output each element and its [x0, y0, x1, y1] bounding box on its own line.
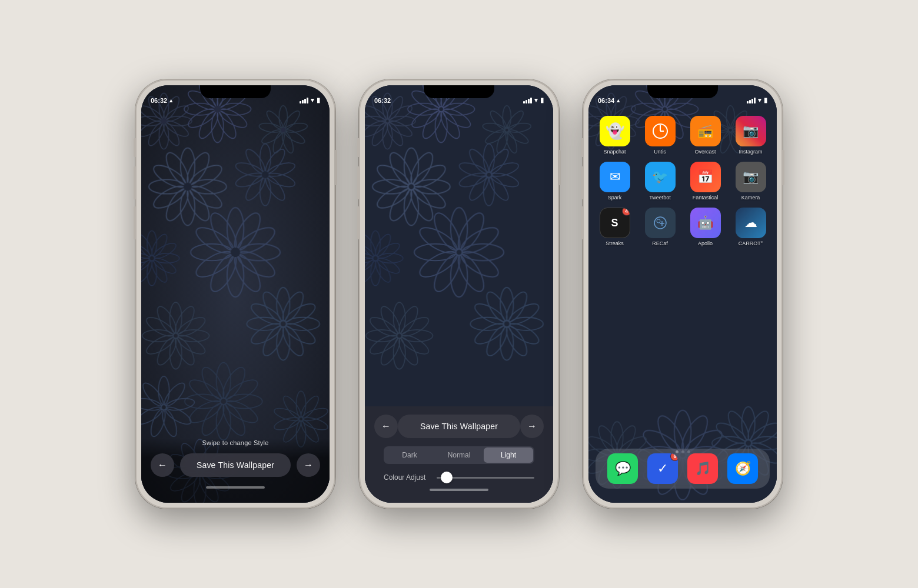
phone-2-style-dark[interactable]: Dark	[385, 447, 434, 463]
safari-icon[interactable]: 🧭	[727, 453, 758, 484]
phone-1-next-button[interactable]: →	[297, 453, 320, 477]
phone-3: 06:34 ▲ ▾ ▮ 👻 Snapchat	[583, 79, 783, 509]
apollo-icon[interactable]: 🤖	[690, 208, 721, 238]
phone-2-colour-label: Colour Adjust	[384, 473, 431, 482]
phone-3-app-kamera[interactable]: 📷 Kamera	[731, 162, 770, 201]
phone-3-dock-music[interactable]: 🎵	[687, 453, 718, 484]
phone-3-app-instagram[interactable]: 📷 Instagram	[731, 116, 770, 155]
phone-2-save-button[interactable]: Save This Wallpaper	[398, 415, 520, 438]
phone-2-power-button	[559, 150, 561, 185]
svg-point-49	[184, 182, 192, 191]
phone-3-dock-whatsapp[interactable]: 💬	[607, 453, 638, 484]
instagram-icon[interactable]: 📷	[736, 116, 766, 146]
phone-2-vol-up-button	[357, 166, 359, 199]
recaf-icon[interactable]	[645, 208, 676, 238]
phone-2-time: 06:32	[374, 97, 391, 104]
phone-2-notch	[424, 85, 494, 98]
phone-3-vol-down-button	[581, 206, 583, 239]
phone-2-style-selector: Dark Normal Light	[384, 446, 534, 464]
phone-1-bottom-controls: Swipe to change Style ← Save This Wallpa…	[141, 439, 330, 503]
phone-1-mute-button	[134, 138, 135, 157]
phone-3-home-screen: 👻 Snapchat Untis 📻	[588, 106, 777, 503]
phone-2-colour-row: Colour Adjust	[374, 471, 544, 486]
omnifocus-icon[interactable]: ✓ 6	[647, 453, 678, 484]
phone-2-mute-button	[357, 138, 359, 157]
snapchat-icon[interactable]: 👻	[600, 116, 630, 146]
phone-2-wifi-icon: ▾	[534, 96, 538, 104]
phone-2: 06:32 ▾ ▮ ← Save This Wallpaper →	[359, 79, 559, 509]
phone-3-app-spark[interactable]: ✉ Spark	[596, 162, 634, 201]
phone-3-time: 06:34	[598, 97, 614, 104]
whatsapp-icon[interactable]: 💬	[607, 453, 638, 484]
phone-3-app-streaks[interactable]: S 4 Streaks	[596, 208, 634, 246]
tweetbot-icon[interactable]: 🐦	[645, 162, 676, 192]
phone-3-app-snapchat[interactable]: 👻 Snapchat	[596, 116, 634, 155]
phone-3-wifi-icon: ▾	[758, 96, 761, 104]
spark-icon[interactable]: ✉	[600, 162, 630, 192]
phone-2-colour-knob[interactable]	[441, 472, 453, 483]
phone-1-controls-row: ← Save This Wallpaper →	[151, 453, 320, 477]
streaks-badge: 4	[622, 208, 630, 216]
phone-3-signal	[747, 98, 756, 103]
svg-point-26	[214, 105, 221, 112]
carrot-icon[interactable]: ☁	[736, 208, 766, 238]
phone-2-vol-down-button	[357, 206, 359, 239]
phone-3-notch	[647, 85, 718, 98]
phone-3-mute-button	[581, 138, 583, 157]
phone-3-vol-up-button	[581, 166, 583, 199]
overcast-icon[interactable]: 📻	[690, 116, 721, 146]
svg-point-13	[161, 118, 167, 124]
phone-3-app-recaf[interactable]: RECaf	[641, 208, 679, 246]
phone-3-dock-safari[interactable]: 🧭	[727, 453, 758, 484]
phone-2-next-button[interactable]: →	[520, 415, 544, 438]
phone-2-style-light[interactable]: Light	[484, 447, 533, 463]
svg-point-85	[231, 248, 240, 257]
streaks-icon[interactable]: S 4	[600, 208, 630, 238]
phone-2-save-row: ← Save This Wallpaper →	[374, 406, 544, 446]
phone-2-colour-slider[interactable]	[437, 477, 534, 479]
phone-1: 06:32 ▲ ▾ ▮ Swipe to change Style ← Save…	[135, 79, 335, 509]
phone-3-location-icon: ▲	[616, 98, 621, 103]
svg-point-331	[657, 219, 660, 223]
omnifocus-badge: 6	[670, 453, 678, 461]
phone-3-app-overcast[interactable]: 📻 Overcast	[686, 116, 724, 155]
phone-1-vol-up-button	[134, 166, 135, 199]
phone-3-app-untis[interactable]: Untis	[641, 116, 679, 155]
phone-2-signal	[523, 98, 532, 103]
phone-3-app-carrot[interactable]: ☁ CARROT°	[731, 208, 770, 246]
phone-1-signal	[300, 98, 308, 103]
phone-3-dock-omnifocus[interactable]: ✓ 6	[647, 453, 678, 484]
phone-3-dock: 💬 ✓ 6 🎵 🧭	[596, 449, 770, 489]
phone-2-bottom-panel: ← Save This Wallpaper → Dark Normal Ligh…	[365, 406, 553, 503]
svg-point-60	[262, 171, 269, 178]
phone-1-vol-down-button	[134, 206, 135, 239]
phone-3-app-grid: 👻 Snapchat Untis 📻	[596, 111, 770, 251]
phone-3-battery-icon: ▮	[764, 96, 767, 104]
phone-2-battery-icon: ▮	[540, 96, 544, 104]
phone-1-home-indicator	[206, 486, 265, 489]
phone-1-battery-icon: ▮	[317, 96, 320, 104]
phone-1-location-icon: ▲	[168, 98, 174, 103]
kamera-icon[interactable]: 📷	[736, 162, 766, 192]
phone-1-prev-button[interactable]: ←	[151, 453, 174, 477]
phone-2-style-normal[interactable]: Normal	[434, 447, 484, 463]
phone-1-time: 06:32	[151, 97, 167, 104]
phone-3-power-button	[783, 150, 784, 185]
phone-3-app-tweetbot[interactable]: 🐦 Tweetbot	[641, 162, 679, 201]
phone-3-app-fantastical[interactable]: 📅 Fantastical	[686, 162, 724, 201]
phone-1-wifi-icon: ▾	[311, 96, 314, 104]
phone-3-app-apollo[interactable]: 🤖 Apollo	[686, 208, 724, 246]
fantastical-icon[interactable]: 📅	[690, 162, 721, 192]
phone-1-notch	[200, 85, 271, 98]
phone-1-save-button[interactable]: Save This Wallpaper	[180, 453, 291, 477]
svg-point-36	[281, 128, 285, 132]
phone-2-prev-button[interactable]: ←	[374, 415, 398, 438]
phone-1-swipe-hint: Swipe to change Style	[202, 439, 268, 446]
untis-icon[interactable]	[645, 116, 676, 146]
music-icon[interactable]: 🎵	[687, 453, 718, 484]
phone-2-home-indicator	[430, 489, 488, 491]
phone-1-power-button	[335, 150, 337, 185]
svg-point-330	[654, 217, 666, 229]
